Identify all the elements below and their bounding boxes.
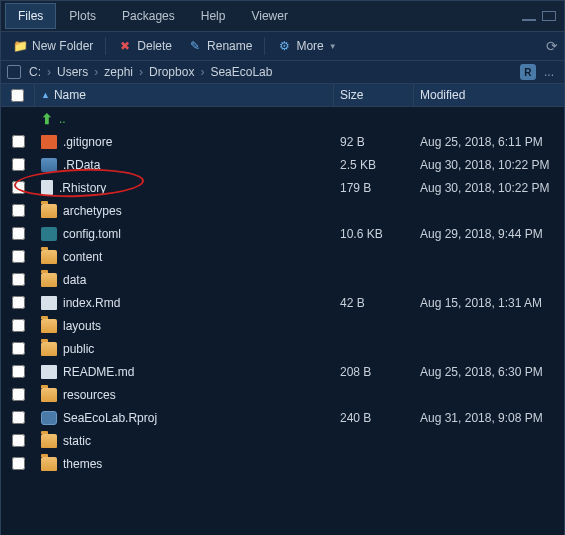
breadcrumb-segment[interactable]: Dropbox (147, 65, 196, 79)
parent-dir-row[interactable]: ⬆.. (1, 107, 564, 130)
file-modified-label (414, 209, 564, 213)
folder-row[interactable]: content (1, 245, 564, 268)
row-checkbox[interactable] (1, 363, 35, 380)
file-name-cell[interactable]: resources (35, 386, 334, 404)
chevron-right-icon: › (135, 65, 147, 79)
file-name-label: static (63, 434, 91, 448)
delete-icon: ✖ (118, 39, 132, 53)
file-name-cell[interactable]: themes (35, 455, 334, 473)
file-size-label: 10.6 KB (334, 225, 414, 243)
file-name-cell[interactable]: .gitignore (35, 133, 334, 151)
file-name-cell[interactable]: .Rhistory (35, 178, 334, 197)
more-path-icon[interactable]: ... (540, 65, 558, 79)
column-modified[interactable]: Modified (414, 84, 564, 106)
home-icon[interactable] (7, 65, 21, 79)
tab-viewer[interactable]: Viewer (238, 3, 300, 29)
column-modified-label: Modified (420, 88, 465, 102)
file-toolbar: 📁 New Folder ✖ Delete ✎ Rename ⚙ More ▼ … (1, 32, 564, 61)
file-name-cell[interactable]: static (35, 432, 334, 450)
breadcrumb-segment[interactable]: SeaEcoLab (208, 65, 274, 79)
row-checkbox[interactable] (1, 156, 35, 173)
chevron-right-icon: › (90, 65, 102, 79)
row-checkbox[interactable] (1, 340, 35, 357)
row-checkbox[interactable] (1, 432, 35, 449)
new-folder-button[interactable]: 📁 New Folder (7, 36, 99, 56)
maximize-pane-icon[interactable] (542, 11, 556, 21)
file-icon (41, 227, 57, 241)
file-row[interactable]: .Rhistory179 BAug 30, 2018, 10:22 PM (1, 176, 564, 199)
row-checkbox[interactable] (1, 317, 35, 334)
folder-row[interactable]: public (1, 337, 564, 360)
delete-button[interactable]: ✖ Delete (112, 36, 178, 56)
file-modified-label (414, 393, 564, 397)
rename-button[interactable]: ✎ Rename (182, 36, 258, 56)
folder-row[interactable]: layouts (1, 314, 564, 337)
column-name-label: Name (54, 88, 86, 102)
folder-row[interactable]: static (1, 429, 564, 452)
file-row[interactable]: .gitignore92 BAug 25, 2018, 6:11 PM (1, 130, 564, 153)
row-checkbox[interactable] (1, 271, 35, 288)
tab-plots[interactable]: Plots (56, 3, 109, 29)
folder-row[interactable]: archetypes (1, 199, 564, 222)
file-icon (41, 158, 57, 172)
folder-row[interactable]: resources (1, 383, 564, 406)
breadcrumb: C:›Users›zephi›Dropbox›SeaEcoLab R ... (1, 61, 564, 84)
gear-icon: ⚙ (277, 39, 291, 53)
row-checkbox[interactable] (1, 225, 35, 242)
tab-files[interactable]: Files (5, 3, 56, 29)
file-row[interactable]: config.toml10.6 KBAug 29, 2018, 9:44 PM (1, 222, 564, 245)
column-header: ▲ Name Size Modified (1, 84, 564, 107)
breadcrumb-segment[interactable]: Users (55, 65, 90, 79)
file-name-cell[interactable]: config.toml (35, 225, 334, 243)
row-checkbox[interactable] (1, 133, 35, 150)
folder-row[interactable]: data (1, 268, 564, 291)
file-name-cell[interactable]: README.md (35, 363, 334, 381)
folder-icon (41, 342, 57, 356)
column-name[interactable]: ▲ Name (35, 84, 334, 106)
breadcrumb-segment[interactable]: C: (27, 65, 43, 79)
file-name-cell[interactable]: .RData (35, 156, 334, 174)
row-checkbox[interactable] (1, 386, 35, 403)
breadcrumb-segment[interactable]: zephi (102, 65, 135, 79)
file-name-cell[interactable]: data (35, 271, 334, 289)
row-checkbox[interactable] (1, 294, 35, 311)
r-project-badge[interactable]: R (520, 64, 536, 80)
rename-icon: ✎ (188, 39, 202, 53)
file-size-label (334, 209, 414, 213)
file-name-label: content (63, 250, 102, 264)
chevron-down-icon: ▼ (329, 42, 337, 51)
file-row[interactable]: SeaEcoLab.Rproj240 BAug 31, 2018, 9:08 P… (1, 406, 564, 429)
file-size-label: 179 B (334, 179, 414, 197)
folder-row[interactable]: themes (1, 452, 564, 475)
file-name-cell[interactable]: content (35, 248, 334, 266)
column-size[interactable]: Size (334, 84, 414, 106)
file-row[interactable]: .RData2.5 KBAug 30, 2018, 10:22 PM (1, 153, 564, 176)
more-button[interactable]: ⚙ More ▼ (271, 36, 342, 56)
select-all-checkbox[interactable] (1, 84, 35, 106)
tab-packages[interactable]: Packages (109, 3, 188, 29)
file-name-cell[interactable]: public (35, 340, 334, 358)
file-size-label: 208 B (334, 363, 414, 381)
file-row[interactable]: index.Rmd42 BAug 15, 2018, 1:31 AM (1, 291, 564, 314)
file-size-label (334, 462, 414, 466)
row-checkbox[interactable] (1, 455, 35, 472)
file-name-cell[interactable]: index.Rmd (35, 294, 334, 312)
minimize-pane-icon[interactable] (522, 11, 536, 21)
row-checkbox[interactable] (1, 179, 35, 196)
file-name-cell[interactable]: SeaEcoLab.Rproj (35, 409, 334, 427)
row-checkbox[interactable] (1, 202, 35, 219)
file-name-cell[interactable]: archetypes (35, 202, 334, 220)
row-checkbox[interactable] (1, 409, 35, 426)
file-name-cell[interactable]: layouts (35, 317, 334, 335)
file-size-label (334, 439, 414, 443)
file-row[interactable]: README.md208 BAug 25, 2018, 6:30 PM (1, 360, 564, 383)
tab-help[interactable]: Help (188, 3, 239, 29)
refresh-icon[interactable]: ⟳ (546, 38, 558, 54)
row-checkbox[interactable] (1, 248, 35, 265)
row-checkbox[interactable] (1, 117, 35, 121)
file-modified-label: Aug 29, 2018, 9:44 PM (414, 225, 564, 243)
file-modified-label (414, 255, 564, 259)
file-name-cell[interactable]: ⬆.. (35, 109, 334, 129)
files-panel: FilesPlotsPackagesHelpViewer 📁 New Folde… (0, 0, 565, 535)
chevron-right-icon: › (43, 65, 55, 79)
